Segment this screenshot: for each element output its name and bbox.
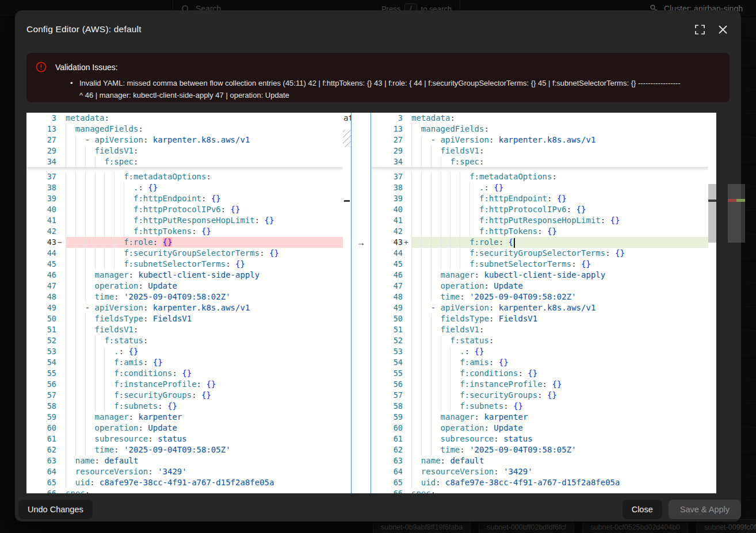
code-line-43[interactable]: 43− f:role: {} xyxy=(26,237,343,248)
code-line-65[interactable]: 65 uid: c8afe97e-38cc-4f91-a767-d15f2a8f… xyxy=(26,477,343,488)
code-line-34[interactable]: 34 f:spec: xyxy=(26,156,343,167)
code-line-55[interactable]: 55 f:conditions: {} xyxy=(371,368,708,379)
code-line-49[interactable]: 49 - apiVersion: karpenter.k8s.aws/v1 xyxy=(371,302,708,313)
code-line-65[interactable]: 65 uid: c8afe97e-38cc-4f91-a767-d15f2a8f… xyxy=(371,477,708,488)
code-line-34[interactable]: 34 f:spec: xyxy=(371,156,708,167)
code-line-3[interactable]: 3metadata: xyxy=(371,113,708,124)
code-line-39[interactable]: 39 f:httpEndpoint: {} xyxy=(371,193,708,204)
diff-sign xyxy=(403,248,411,259)
save-apply-button[interactable]: Save & Apply xyxy=(669,500,741,519)
code-line-66[interactable]: 66spec: xyxy=(371,488,708,493)
code-line-52[interactable]: 52 f:status: xyxy=(371,335,708,346)
indent-guides xyxy=(66,237,124,248)
code-line-52[interactable]: 52 f:status: xyxy=(26,335,343,346)
code-line-60[interactable]: 60 operation: Update xyxy=(371,423,708,434)
code-line-43[interactable]: 43+ f:role: { xyxy=(371,237,708,248)
code-line-42[interactable]: 42 f:httpTokens: {} xyxy=(26,226,343,237)
code-line-59[interactable]: 59 manager: karpenter xyxy=(26,412,343,423)
diff-original-pane[interactable]: 37 f:metadataOptions:38 .: {}39 f:httpEn… xyxy=(26,113,343,493)
code-line-51[interactable]: 51 fieldsV1: xyxy=(26,324,343,335)
code-line-27[interactable]: 27 - apiVersion: karpenter.k8s.aws/v1 xyxy=(371,135,708,145)
code-line-47[interactable]: 47 operation: Update xyxy=(371,281,708,292)
code-line-29[interactable]: 29 fieldsV1: xyxy=(26,145,343,156)
code-line-49[interactable]: 49 - apiVersion: karpenter.k8s.aws/v1 xyxy=(26,302,343,313)
code-line-46[interactable]: 46 manager: kubectl-client-side-apply xyxy=(371,270,708,281)
code-line-46[interactable]: 46 manager: kubectl-client-side-apply xyxy=(26,270,343,281)
line-number: 49 xyxy=(371,302,403,313)
code-line-63[interactable]: 63 name: default xyxy=(371,455,708,466)
code-line-45[interactable]: 45 f:subnetSelectorTerms: {} xyxy=(371,259,708,270)
code-line-37[interactable]: 37 f:metadataOptions: xyxy=(371,171,708,182)
code-line-59[interactable]: 59 manager: karpenter xyxy=(371,412,708,423)
diff-sign xyxy=(403,156,411,167)
diff-splitter-sash[interactable]: → xyxy=(351,113,371,493)
code-line-42[interactable]: 42 f:httpTokens: {} xyxy=(371,226,708,237)
code-line-27[interactable]: 27 - apiVersion: karpenter.k8s.aws/v1 xyxy=(26,135,343,145)
code-line-38[interactable]: 38 .: {} xyxy=(26,182,343,193)
diff-sign xyxy=(403,145,411,156)
code-line-48[interactable]: 48 time: '2025-09-04T09:58:02Z' xyxy=(371,292,708,302)
code-line-55[interactable]: 55 f:conditions: {} xyxy=(26,368,343,379)
code-line-51[interactable]: 51 fieldsV1: xyxy=(371,324,708,335)
code-line-57[interactable]: 57 f:securityGroups: {} xyxy=(26,390,343,401)
code-line-45[interactable]: 45 f:subnetSelectorTerms: {} xyxy=(26,259,343,270)
code-line-48[interactable]: 48 time: '2025-09-04T09:58:02Z' xyxy=(26,292,343,302)
code-line-61[interactable]: 61 subresource: status xyxy=(371,434,708,444)
diff-sign xyxy=(403,444,411,455)
code-line-66[interactable]: 66spec: xyxy=(26,488,343,493)
code-line-56[interactable]: 56 f:instanceProfile: {} xyxy=(371,379,708,390)
indent-guides xyxy=(411,145,441,156)
code-line-53[interactable]: 53 .: {} xyxy=(371,346,708,357)
left-pane-scrollbar[interactable]: at xyxy=(343,113,351,493)
sticky-scroll-header: 3metadata:13 managedFields:27 - apiVersi… xyxy=(371,113,708,167)
scrollbar-slider[interactable] xyxy=(708,184,716,243)
code-line-38[interactable]: 38 .: {} xyxy=(371,182,708,193)
diff-modified-pane[interactable]: 37 f:metadataOptions:38 .: {}39 f:httpEn… xyxy=(371,113,708,493)
diff-sign: − xyxy=(56,237,66,248)
code-line-41[interactable]: 41 f:httpPutResponseHopLimit: {} xyxy=(26,215,343,226)
line-number: 43 xyxy=(371,237,403,248)
undo-changes-button[interactable]: Undo Changes xyxy=(18,500,93,519)
indent-guides xyxy=(66,444,95,455)
code-line-62[interactable]: 62 time: '2025-09-04T09:58:05Z' xyxy=(26,444,343,455)
fullscreen-button[interactable] xyxy=(695,25,705,34)
indent-guides xyxy=(66,248,124,259)
code-line-29[interactable]: 29 fieldsV1: xyxy=(371,145,708,156)
code-line-37[interactable]: 37 f:metadataOptions: xyxy=(26,171,343,182)
code-line-64[interactable]: 64 resourceVersion: '3429' xyxy=(371,466,708,477)
revert-change-arrow[interactable]: → xyxy=(352,237,371,248)
code-line-62[interactable]: 62 time: '2025-09-04T09:58:05Z' xyxy=(371,444,708,455)
code-line-64[interactable]: 64 resourceVersion: '3429' xyxy=(26,466,343,477)
code-line-44[interactable]: 44 f:securityGroupSelectorTerms: {} xyxy=(26,248,343,259)
right-pane-scrollbar[interactable] xyxy=(708,113,716,493)
diff-overview-ruler[interactable] xyxy=(728,113,745,493)
code-line-39[interactable]: 39 f:httpEndpoint: {} xyxy=(26,193,343,204)
code-line-50[interactable]: 50 fieldsType: FieldsV1 xyxy=(26,313,343,324)
diff-sign xyxy=(56,259,66,270)
code-line-58[interactable]: 58 f:subnets: {} xyxy=(371,401,708,412)
code-line-41[interactable]: 41 f:httpPutResponseHopLimit: {} xyxy=(371,215,708,226)
code-line-13[interactable]: 13 managedFields: xyxy=(26,124,343,135)
diff-sign xyxy=(56,477,66,488)
code-line-56[interactable]: 56 f:instanceProfile: {} xyxy=(26,379,343,390)
code-line-60[interactable]: 60 operation: Update xyxy=(26,423,343,434)
code-line-63[interactable]: 63 name: default xyxy=(26,455,343,466)
code-line-47[interactable]: 47 operation: Update xyxy=(26,281,343,292)
code-line-13[interactable]: 13 managedFields: xyxy=(371,124,708,135)
line-number: 37 xyxy=(26,171,56,182)
code-line-44[interactable]: 44 f:securityGroupSelectorTerms: {} xyxy=(371,248,708,259)
close-footer-button[interactable]: Close xyxy=(623,500,662,519)
indent-guides xyxy=(66,292,95,302)
code-line-40[interactable]: 40 f:httpProtocolIPv6: {} xyxy=(26,204,343,215)
line-number: 50 xyxy=(371,313,403,324)
code-line-61[interactable]: 61 subresource: status xyxy=(26,434,343,444)
code-line-57[interactable]: 57 f:securityGroups: {} xyxy=(371,390,708,401)
code-line-50[interactable]: 50 fieldsType: FieldsV1 xyxy=(371,313,708,324)
code-line-40[interactable]: 40 f:httpProtocolIPv6: {} xyxy=(371,204,708,215)
code-line-54[interactable]: 54 f:amis: {} xyxy=(26,357,343,368)
code-line-53[interactable]: 53 .: {} xyxy=(26,346,343,357)
code-line-54[interactable]: 54 f:amis: {} xyxy=(371,357,708,368)
code-line-3[interactable]: 3metadata: xyxy=(26,113,343,124)
code-line-58[interactable]: 58 f:subnets: {} xyxy=(26,401,343,412)
close-button[interactable] xyxy=(719,25,727,34)
